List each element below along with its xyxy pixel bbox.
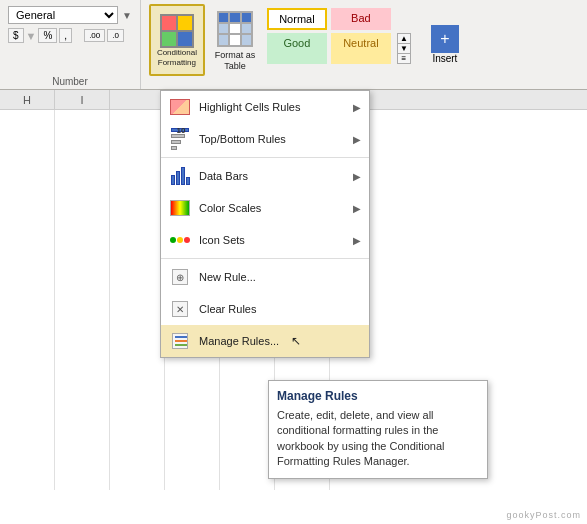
insert-plus-icon: +	[440, 30, 449, 48]
new-rule-icon: ⊕	[169, 266, 191, 288]
color-scales-icon	[169, 197, 191, 219]
menu-arrow-color-scales: ▶	[353, 203, 361, 214]
watermark: gookyPost.com	[506, 510, 581, 520]
clear-rules-icon: ✕	[169, 298, 191, 320]
number-section: General ▼ $ ▼ % , .00 .0 Number	[0, 0, 141, 89]
dropdown-menu: Highlight Cells Rules ▶ 10 Top/Bottom Ru…	[160, 90, 370, 358]
menu-item-top-bottom-label: Top/Bottom Rules	[199, 133, 286, 145]
col-header-blank	[110, 90, 165, 109]
menu-item-icon-sets-label: Icon Sets	[199, 234, 245, 246]
number-controls: $ ▼ % , .00 .0	[6, 26, 134, 45]
icon-sets-icon	[169, 229, 191, 251]
style-normal[interactable]: Normal	[267, 8, 327, 30]
increase-decimal-button[interactable]: .00	[84, 29, 105, 42]
separator-2	[161, 258, 369, 259]
menu-item-color-scales[interactable]: Color Scales ▶	[161, 192, 369, 224]
dropdown-arrow-icon: ▼	[122, 10, 132, 21]
format-table-button[interactable]: Format as Table	[209, 4, 261, 76]
insert-section: + Insert	[421, 0, 469, 89]
number-section-label: Number	[0, 76, 140, 87]
menu-arrow-top-bottom: ▶	[353, 134, 361, 145]
style-scroll[interactable]: ▲ ▼ ≡	[397, 33, 411, 64]
menu-item-new-rule-label: New Rule...	[199, 271, 256, 283]
format-table-label: Format as Table	[211, 50, 259, 72]
styles-section: ConditionalFormatting Format as Table No…	[141, 0, 421, 89]
menu-item-manage-rules[interactable]: Manage Rules... ↖	[161, 325, 369, 357]
menu-item-new-rule[interactable]: ⊕ New Rule...	[161, 261, 369, 293]
col-header-i: I	[55, 90, 110, 109]
menu-arrow-highlight: ▶	[353, 102, 361, 113]
format-table-icon	[217, 11, 253, 47]
menu-item-data-bars[interactable]: Data Bars ▶	[161, 160, 369, 192]
dollar-button[interactable]: $	[8, 28, 24, 43]
col-h	[0, 110, 55, 490]
menu-item-color-scales-label: Color Scales	[199, 202, 261, 214]
cell-styles-area: Normal Bad Good Neutral ▲ ▼ ≡	[265, 4, 413, 66]
menu-item-clear-rules[interactable]: ✕ Clear Rules	[161, 293, 369, 325]
menu-item-top-bottom[interactable]: 10 Top/Bottom Rules ▶	[161, 123, 369, 155]
conditional-formatting-icon	[160, 14, 194, 48]
style-cells-row2: Good Neutral ▲ ▼ ≡	[267, 33, 411, 64]
manage-rules-icon	[169, 330, 191, 352]
style-bad[interactable]: Bad	[331, 8, 391, 30]
menu-item-icon-sets[interactable]: Icon Sets ▶	[161, 224, 369, 256]
comma-button[interactable]: ,	[59, 28, 72, 43]
number-format-select[interactable]: General	[8, 6, 118, 24]
menu-arrow-data-bars: ▶	[353, 171, 361, 182]
menu-item-manage-rules-label: Manage Rules...	[199, 335, 279, 347]
decrease-decimal-button[interactable]: .0	[107, 29, 124, 42]
menu-item-highlight-cells[interactable]: Highlight Cells Rules ▶	[161, 91, 369, 123]
menu-item-data-bars-label: Data Bars	[199, 170, 248, 182]
data-bars-icon	[169, 165, 191, 187]
tooltip-text: Create, edit, delete, and view all condi…	[277, 408, 479, 470]
style-neutral[interactable]: Neutral	[331, 33, 391, 64]
style-cells-row: Normal Bad	[267, 8, 411, 30]
ribbon: General ▼ $ ▼ % , .00 .0 Number	[0, 0, 587, 90]
style-good[interactable]: Good	[267, 33, 327, 64]
scroll-down-btn[interactable]: ▼	[398, 44, 410, 54]
col-blank	[110, 110, 165, 490]
number-format-row: General ▼	[6, 4, 134, 26]
insert-label: Insert	[432, 53, 457, 64]
insert-button[interactable]: + Insert	[425, 21, 465, 68]
tooltip-box: Manage Rules Create, edit, delete, and v…	[268, 380, 488, 479]
cursor-icon: ↖	[291, 334, 301, 348]
conditional-formatting-button[interactable]: ConditionalFormatting	[149, 4, 205, 76]
percent-button[interactable]: %	[38, 28, 57, 43]
top-bottom-icon: 10	[169, 128, 191, 150]
scroll-more-btn[interactable]: ≡	[398, 54, 410, 63]
separator: ▼	[26, 30, 37, 42]
highlight-cells-icon	[169, 96, 191, 118]
separator-1	[161, 157, 369, 158]
col-i	[55, 110, 110, 490]
menu-item-clear-rules-label: Clear Rules	[199, 303, 256, 315]
col-header-h: H	[0, 90, 55, 109]
scroll-up-btn[interactable]: ▲	[398, 34, 410, 44]
conditional-formatting-label: ConditionalFormatting	[157, 48, 197, 67]
tooltip-title: Manage Rules	[277, 389, 479, 403]
menu-arrow-icon-sets: ▶	[353, 235, 361, 246]
insert-icon: +	[431, 25, 459, 53]
menu-item-highlight-label: Highlight Cells Rules	[199, 101, 301, 113]
